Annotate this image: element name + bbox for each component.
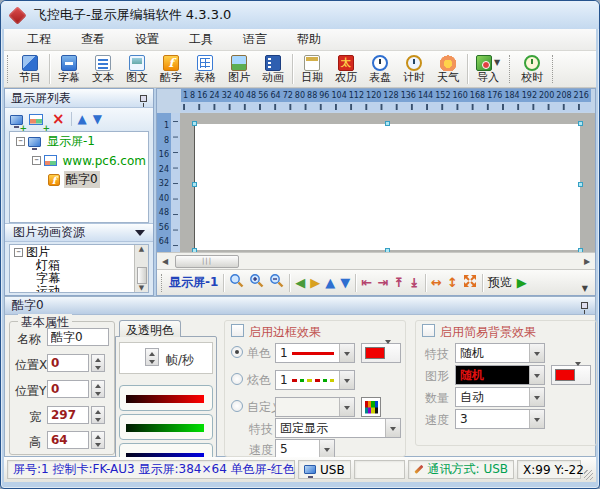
resource-root[interactable]: −图片 xyxy=(14,246,148,259)
add-program-button[interactable]: + xyxy=(29,110,46,129)
dropdown-arrow-icon[interactable] xyxy=(385,419,400,437)
stretch-vertical-button[interactable]: ↕ xyxy=(447,275,458,290)
toolbar-time-sync-button[interactable]: 校时 xyxy=(515,51,549,87)
toolbar-import-button[interactable]: ▼导入 xyxy=(470,51,506,87)
align-right-button[interactable]: ⇥ xyxy=(377,275,388,290)
move-down-button[interactable]: ▼ xyxy=(93,112,102,126)
handle-mid-right[interactable] xyxy=(578,182,583,187)
mono-style-dropdown[interactable]: 1 xyxy=(275,343,355,363)
height-input[interactable] xyxy=(47,431,89,449)
green-level-bar[interactable] xyxy=(126,424,204,432)
mono-radio[interactable] xyxy=(231,346,243,358)
dropdown-arrow-icon[interactable] xyxy=(319,440,334,458)
transparency-tab[interactable]: 及透明色 xyxy=(119,320,181,337)
add-screen-button[interactable]: + xyxy=(10,110,23,129)
dropdown-arrow-icon[interactable] xyxy=(529,410,544,428)
h-scroll-thumb[interactable]: ||| xyxy=(175,255,239,268)
handle-top-right[interactable] xyxy=(578,121,583,126)
dropdown-arrow-icon[interactable] xyxy=(385,344,391,363)
background-effect-checkbox[interactable] xyxy=(422,324,435,337)
title-bar[interactable]: 飞控电子-显示屏编辑软件 4.3.3.0 xyxy=(1,1,599,29)
menu-item-2[interactable]: 设置 xyxy=(120,29,174,50)
border-effect-checkbox[interactable] xyxy=(231,324,244,337)
play-preview-button[interactable]: ▶ xyxy=(517,275,527,290)
height-spinner[interactable] xyxy=(91,431,105,449)
pos-x-input[interactable] xyxy=(47,354,89,372)
move-up-button[interactable]: ▲ xyxy=(78,112,87,126)
bg-color-picker[interactable] xyxy=(551,365,591,385)
resource-header[interactable]: 图片动画资源 xyxy=(5,223,153,242)
toolbar-program-button[interactable]: 节目 xyxy=(13,51,47,87)
dropdown-arrow-icon[interactable] xyxy=(339,344,354,362)
border-effect-style-dropdown[interactable]: 固定显示 xyxy=(275,418,401,438)
zoom-out-button[interactable] xyxy=(269,273,284,292)
toolbar-cool-text-button[interactable]: 酷字 xyxy=(154,51,188,87)
custom-dropdown[interactable] xyxy=(275,397,355,417)
tree-item-1[interactable]: −www.pc6.com xyxy=(10,151,148,170)
menu-item-5[interactable]: 帮助 xyxy=(282,29,336,50)
toolbar-lunar-button[interactable]: 农历 xyxy=(329,51,363,87)
handle-top-center[interactable] xyxy=(385,121,390,126)
custom-palette-button[interactable] xyxy=(361,397,381,417)
horizontal-scrollbar[interactable]: ◀ ||| ▶ xyxy=(157,252,595,269)
toolbar-graphic-text-button[interactable]: 图文 xyxy=(120,51,154,87)
tree-item-0[interactable]: −显示屏-1 xyxy=(10,132,148,151)
width-spinner[interactable] xyxy=(91,406,105,424)
resource-scrollbar[interactable]: ▲ ▼ xyxy=(134,245,148,292)
scroll-right-icon[interactable]: ▶ xyxy=(579,254,595,269)
resource-item-0[interactable]: 灯箱 xyxy=(14,259,148,272)
toolbar-text-button[interactable]: 文本 xyxy=(86,51,120,87)
fps-spinner[interactable] xyxy=(145,348,159,366)
tree-item-2[interactable]: f酷字0 xyxy=(10,170,148,189)
tree-expander-icon[interactable]: − xyxy=(32,156,41,165)
scroll-left-icon[interactable]: ◀ xyxy=(157,254,173,269)
move-left-button[interactable]: ◀ xyxy=(295,276,305,289)
move-right-button[interactable]: ▶ xyxy=(310,276,320,289)
toolbar-picture-button[interactable]: 图片 xyxy=(222,51,256,87)
handle-mid-left[interactable] xyxy=(192,182,197,187)
border-speed-dropdown[interactable]: 5 xyxy=(275,439,335,459)
mono-color-picker[interactable] xyxy=(361,343,401,363)
toolbar-overflow-icon[interactable]: ▼ xyxy=(579,282,591,295)
bg-speed-dropdown[interactable]: 3 xyxy=(455,409,545,429)
toolbar-animation-button[interactable]: 动画 xyxy=(256,51,290,87)
scroll-thumb[interactable] xyxy=(137,267,147,284)
dropdown-arrow-icon[interactable] xyxy=(339,398,354,416)
dropdown-arrow-icon[interactable] xyxy=(339,371,354,389)
name-input[interactable] xyxy=(47,328,109,346)
toolbar-table-button[interactable]: 表格 xyxy=(188,51,222,87)
tree-expander-icon[interactable]: − xyxy=(16,137,25,146)
dropdown-arrow-icon[interactable] xyxy=(575,366,581,385)
red-level-bar[interactable] xyxy=(126,395,204,403)
stretch-full-button[interactable] xyxy=(463,273,477,292)
delete-button[interactable]: × xyxy=(52,112,65,127)
move-down-arrow-button[interactable]: ▼ xyxy=(340,276,350,289)
pos-x-spinner[interactable] xyxy=(91,354,105,372)
menu-item-4[interactable]: 语言 xyxy=(228,29,282,50)
menu-item-0[interactable]: 工程 xyxy=(12,29,66,50)
menu-item-3[interactable]: 工具 xyxy=(174,29,228,50)
align-left-button[interactable]: ⇤ xyxy=(361,275,372,290)
toolbar-subtitle-button[interactable]: 字幕 xyxy=(52,51,86,87)
display-screen-canvas[interactable] xyxy=(194,124,580,250)
pos-y-spinner[interactable] xyxy=(91,380,105,398)
toolbar-clock-dial-button[interactable]: 表盘 xyxy=(363,51,397,87)
toolbar-timer-button[interactable]: 计时 xyxy=(397,51,431,87)
toolbar-weather-button[interactable]: 天气 xyxy=(431,51,465,87)
scroll-up-icon[interactable]: ▲ xyxy=(139,245,144,253)
dropdown-caret-icon[interactable]: ▼ xyxy=(494,58,500,67)
resource-item-1[interactable]: 字幕 xyxy=(14,272,148,285)
menu-item-1[interactable]: 查看 xyxy=(66,29,120,50)
bg-count-dropdown[interactable]: 自动 xyxy=(455,387,545,407)
width-input[interactable] xyxy=(47,406,89,424)
handle-top-left[interactable] xyxy=(192,121,197,126)
scroll-down-icon[interactable]: ▼ xyxy=(139,284,144,292)
colorful-radio[interactable] xyxy=(231,373,243,385)
pin-icon[interactable] xyxy=(140,95,147,102)
custom-radio[interactable] xyxy=(231,400,243,412)
pos-y-input[interactable] xyxy=(47,380,89,398)
toolbar-date-button[interactable]: 日期 xyxy=(295,51,329,87)
zoom-in-button[interactable] xyxy=(249,273,264,292)
resize-grip[interactable] xyxy=(584,470,593,480)
align-bottom-button[interactable]: ⇥ xyxy=(407,277,422,288)
